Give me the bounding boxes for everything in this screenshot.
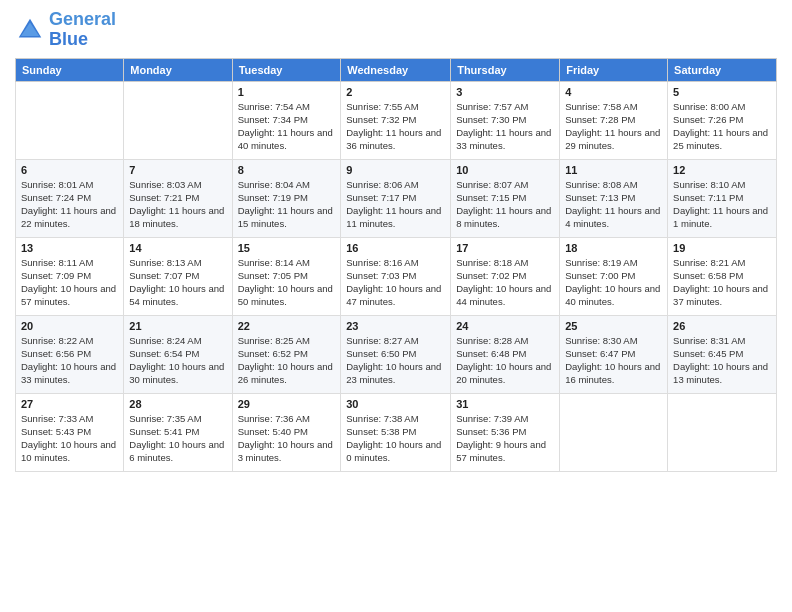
- day-info: Sunrise: 7:55 AM Sunset: 7:32 PM Dayligh…: [346, 100, 445, 153]
- day-number: 22: [238, 320, 336, 332]
- day-number: 28: [129, 398, 226, 410]
- calendar-cell: 18Sunrise: 8:19 AM Sunset: 7:00 PM Dayli…: [560, 237, 668, 315]
- day-info: Sunrise: 7:33 AM Sunset: 5:43 PM Dayligh…: [21, 412, 118, 465]
- day-number: 4: [565, 86, 662, 98]
- calendar-cell: 26Sunrise: 8:31 AM Sunset: 6:45 PM Dayli…: [668, 315, 777, 393]
- day-info: Sunrise: 8:10 AM Sunset: 7:11 PM Dayligh…: [673, 178, 771, 231]
- day-info: Sunrise: 8:00 AM Sunset: 7:26 PM Dayligh…: [673, 100, 771, 153]
- day-info: Sunrise: 8:22 AM Sunset: 6:56 PM Dayligh…: [21, 334, 118, 387]
- calendar-cell: 22Sunrise: 8:25 AM Sunset: 6:52 PM Dayli…: [232, 315, 341, 393]
- day-info: Sunrise: 7:54 AM Sunset: 7:34 PM Dayligh…: [238, 100, 336, 153]
- calendar-cell: 8Sunrise: 8:04 AM Sunset: 7:19 PM Daylig…: [232, 159, 341, 237]
- calendar-cell: 16Sunrise: 8:16 AM Sunset: 7:03 PM Dayli…: [341, 237, 451, 315]
- day-number: 21: [129, 320, 226, 332]
- day-number: 6: [21, 164, 118, 176]
- day-info: Sunrise: 8:06 AM Sunset: 7:17 PM Dayligh…: [346, 178, 445, 231]
- day-number: 26: [673, 320, 771, 332]
- day-number: 29: [238, 398, 336, 410]
- page: General Blue SundayMondayTuesdayWednesda…: [0, 0, 792, 612]
- day-number: 1: [238, 86, 336, 98]
- calendar-cell: 23Sunrise: 8:27 AM Sunset: 6:50 PM Dayli…: [341, 315, 451, 393]
- day-number: 14: [129, 242, 226, 254]
- calendar-cell: 1Sunrise: 7:54 AM Sunset: 7:34 PM Daylig…: [232, 81, 341, 159]
- day-number: 16: [346, 242, 445, 254]
- day-info: Sunrise: 8:25 AM Sunset: 6:52 PM Dayligh…: [238, 334, 336, 387]
- day-info: Sunrise: 8:19 AM Sunset: 7:00 PM Dayligh…: [565, 256, 662, 309]
- calendar-cell: 10Sunrise: 8:07 AM Sunset: 7:15 PM Dayli…: [451, 159, 560, 237]
- calendar-cell: 24Sunrise: 8:28 AM Sunset: 6:48 PM Dayli…: [451, 315, 560, 393]
- day-info: Sunrise: 8:18 AM Sunset: 7:02 PM Dayligh…: [456, 256, 554, 309]
- calendar-week-row: 27Sunrise: 7:33 AM Sunset: 5:43 PM Dayli…: [16, 393, 777, 471]
- calendar-header-row: SundayMondayTuesdayWednesdayThursdayFrid…: [16, 58, 777, 81]
- calendar-cell: 27Sunrise: 7:33 AM Sunset: 5:43 PM Dayli…: [16, 393, 124, 471]
- calendar-cell: 31Sunrise: 7:39 AM Sunset: 5:36 PM Dayli…: [451, 393, 560, 471]
- day-info: Sunrise: 8:04 AM Sunset: 7:19 PM Dayligh…: [238, 178, 336, 231]
- day-info: Sunrise: 7:38 AM Sunset: 5:38 PM Dayligh…: [346, 412, 445, 465]
- calendar-cell: 6Sunrise: 8:01 AM Sunset: 7:24 PM Daylig…: [16, 159, 124, 237]
- calendar-cell: [16, 81, 124, 159]
- logo: General Blue: [15, 10, 116, 50]
- calendar-cell: 12Sunrise: 8:10 AM Sunset: 7:11 PM Dayli…: [668, 159, 777, 237]
- day-info: Sunrise: 8:14 AM Sunset: 7:05 PM Dayligh…: [238, 256, 336, 309]
- day-info: Sunrise: 8:24 AM Sunset: 6:54 PM Dayligh…: [129, 334, 226, 387]
- calendar-cell: 30Sunrise: 7:38 AM Sunset: 5:38 PM Dayli…: [341, 393, 451, 471]
- day-number: 31: [456, 398, 554, 410]
- day-number: 17: [456, 242, 554, 254]
- calendar-week-row: 1Sunrise: 7:54 AM Sunset: 7:34 PM Daylig…: [16, 81, 777, 159]
- weekday-header: Wednesday: [341, 58, 451, 81]
- weekday-header: Saturday: [668, 58, 777, 81]
- calendar-cell: 29Sunrise: 7:36 AM Sunset: 5:40 PM Dayli…: [232, 393, 341, 471]
- day-info: Sunrise: 8:03 AM Sunset: 7:21 PM Dayligh…: [129, 178, 226, 231]
- calendar-cell: [668, 393, 777, 471]
- day-info: Sunrise: 8:13 AM Sunset: 7:07 PM Dayligh…: [129, 256, 226, 309]
- weekday-header: Friday: [560, 58, 668, 81]
- day-number: 7: [129, 164, 226, 176]
- day-info: Sunrise: 8:08 AM Sunset: 7:13 PM Dayligh…: [565, 178, 662, 231]
- day-number: 25: [565, 320, 662, 332]
- calendar-cell: 19Sunrise: 8:21 AM Sunset: 6:58 PM Dayli…: [668, 237, 777, 315]
- day-number: 12: [673, 164, 771, 176]
- day-number: 18: [565, 242, 662, 254]
- logo-icon: [15, 15, 45, 45]
- calendar-cell: [124, 81, 232, 159]
- weekday-header: Sunday: [16, 58, 124, 81]
- weekday-header: Thursday: [451, 58, 560, 81]
- day-number: 20: [21, 320, 118, 332]
- day-info: Sunrise: 7:57 AM Sunset: 7:30 PM Dayligh…: [456, 100, 554, 153]
- logo-text: General Blue: [49, 10, 116, 50]
- day-info: Sunrise: 8:01 AM Sunset: 7:24 PM Dayligh…: [21, 178, 118, 231]
- calendar-cell: 20Sunrise: 8:22 AM Sunset: 6:56 PM Dayli…: [16, 315, 124, 393]
- day-number: 3: [456, 86, 554, 98]
- weekday-header: Monday: [124, 58, 232, 81]
- day-info: Sunrise: 7:39 AM Sunset: 5:36 PM Dayligh…: [456, 412, 554, 465]
- logo-general: General: [49, 9, 116, 29]
- calendar-cell: 28Sunrise: 7:35 AM Sunset: 5:41 PM Dayli…: [124, 393, 232, 471]
- day-number: 9: [346, 164, 445, 176]
- day-info: Sunrise: 8:16 AM Sunset: 7:03 PM Dayligh…: [346, 256, 445, 309]
- day-number: 15: [238, 242, 336, 254]
- day-number: 23: [346, 320, 445, 332]
- calendar-week-row: 6Sunrise: 8:01 AM Sunset: 7:24 PM Daylig…: [16, 159, 777, 237]
- day-info: Sunrise: 7:36 AM Sunset: 5:40 PM Dayligh…: [238, 412, 336, 465]
- calendar-cell: 14Sunrise: 8:13 AM Sunset: 7:07 PM Dayli…: [124, 237, 232, 315]
- day-info: Sunrise: 8:27 AM Sunset: 6:50 PM Dayligh…: [346, 334, 445, 387]
- calendar-cell: 2Sunrise: 7:55 AM Sunset: 7:32 PM Daylig…: [341, 81, 451, 159]
- calendar-cell: 9Sunrise: 8:06 AM Sunset: 7:17 PM Daylig…: [341, 159, 451, 237]
- day-number: 2: [346, 86, 445, 98]
- calendar-cell: 25Sunrise: 8:30 AM Sunset: 6:47 PM Dayli…: [560, 315, 668, 393]
- day-number: 30: [346, 398, 445, 410]
- calendar-cell: 15Sunrise: 8:14 AM Sunset: 7:05 PM Dayli…: [232, 237, 341, 315]
- day-info: Sunrise: 8:11 AM Sunset: 7:09 PM Dayligh…: [21, 256, 118, 309]
- day-info: Sunrise: 7:35 AM Sunset: 5:41 PM Dayligh…: [129, 412, 226, 465]
- day-number: 10: [456, 164, 554, 176]
- calendar-cell: 17Sunrise: 8:18 AM Sunset: 7:02 PM Dayli…: [451, 237, 560, 315]
- calendar-cell: 7Sunrise: 8:03 AM Sunset: 7:21 PM Daylig…: [124, 159, 232, 237]
- day-info: Sunrise: 8:21 AM Sunset: 6:58 PM Dayligh…: [673, 256, 771, 309]
- day-info: Sunrise: 8:07 AM Sunset: 7:15 PM Dayligh…: [456, 178, 554, 231]
- calendar-cell: 11Sunrise: 8:08 AM Sunset: 7:13 PM Dayli…: [560, 159, 668, 237]
- day-info: Sunrise: 8:30 AM Sunset: 6:47 PM Dayligh…: [565, 334, 662, 387]
- day-number: 24: [456, 320, 554, 332]
- calendar-cell: 5Sunrise: 8:00 AM Sunset: 7:26 PM Daylig…: [668, 81, 777, 159]
- header: General Blue: [15, 10, 777, 50]
- day-number: 11: [565, 164, 662, 176]
